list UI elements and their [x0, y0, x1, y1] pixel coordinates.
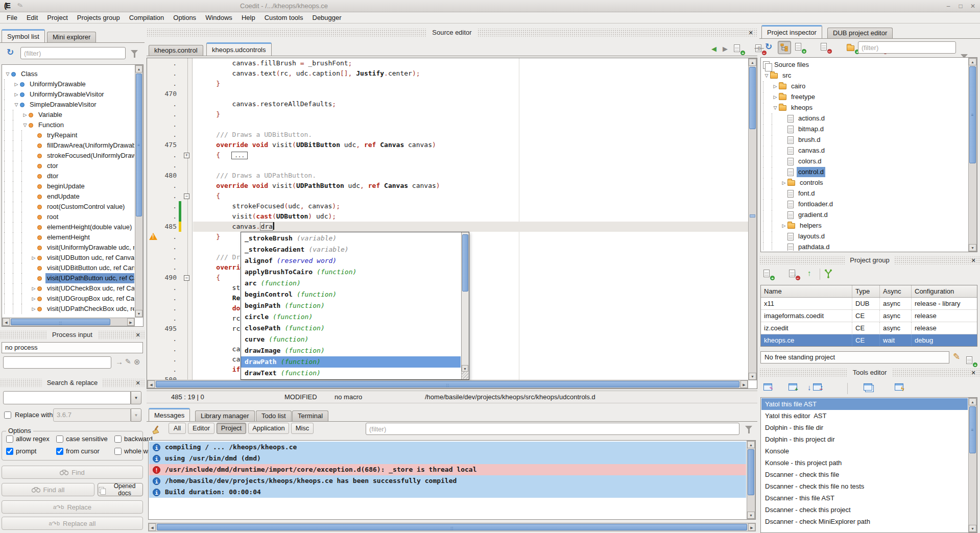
process-pencil-icon[interactable]: ✎: [125, 357, 131, 366]
expand-icon[interactable]: ▷: [30, 294, 37, 304]
expand-icon[interactable]: ▷: [30, 283, 37, 294]
messages-filter-input[interactable]: [366, 423, 739, 435]
symbol-tree-item[interactable]: root(CustomControl value): [4, 202, 126, 212]
files-tree-item[interactable]: control.d: [763, 167, 825, 177]
expand-icon[interactable]: ▷: [21, 110, 29, 120]
add-file-icon[interactable]: +: [795, 43, 804, 52]
tools-list-item[interactable]: Dscanner - check this file: [761, 469, 968, 480]
completion-item[interactable]: circle(function): [241, 311, 461, 323]
expand-icon[interactable]: ▷: [30, 304, 37, 314]
find-button[interactable]: Find: [2, 466, 143, 479]
tab-library-manager[interactable]: Library manager: [195, 410, 255, 421]
files-tree-item[interactable]: layouts.d: [763, 231, 826, 241]
symbols-filter-input[interactable]: [20, 47, 126, 59]
collapse-icon[interactable]: ▽: [13, 100, 20, 110]
symbol-tree-item[interactable]: visit(UDBitButton udc, ref Canvas: [4, 263, 134, 273]
symbol-tree-item[interactable]: beginUpdate: [4, 181, 86, 191]
symbol-tree-item[interactable]: fillDrawArea(UniformlyDrawable ud: [4, 140, 134, 151]
code-editor[interactable]: . canvas.fillBrush = _brushFont;. canvas…: [147, 58, 757, 389]
collapse-icon[interactable]: ▽: [21, 120, 29, 130]
menu-item-help[interactable]: Help: [237, 13, 260, 22]
menu-item-project[interactable]: Project: [42, 13, 72, 22]
scrollbar-thumb[interactable]: [462, 234, 468, 292]
move-down-icon[interactable]: ↓: [793, 269, 797, 277]
scroll-left-icon[interactable]: ◀: [148, 380, 155, 388]
code-line[interactable]: . canvas.fillBrush = _brushFont;: [147, 58, 748, 68]
files-tree-item[interactable]: ▽src: [763, 70, 793, 81]
scroll-down-icon[interactable]: ▼: [969, 244, 976, 251]
tab-mini-explorer[interactable]: Mini explorer: [47, 32, 96, 42]
process-input-field[interactable]: [3, 356, 111, 369]
files-tree-item[interactable]: bitmap.d: [763, 124, 825, 134]
scroll-up-icon[interactable]: ▲: [969, 58, 976, 65]
collapse-icon[interactable]: ▽: [772, 103, 779, 113]
code-line[interactable]: . strokeFocused(udc, canvas);: [147, 201, 748, 211]
tool-run-icon[interactable]: ϟ: [895, 383, 903, 391]
expand-icon[interactable]: ▷: [772, 81, 779, 91]
tools-editor-close-icon[interactable]: ✕: [970, 369, 977, 377]
async-branch-icon[interactable]: [825, 269, 832, 278]
completion-item[interactable]: closePath(function): [241, 323, 461, 334]
completion-item[interactable]: arc(function): [241, 278, 461, 289]
tab-symbol-list[interactable]: Symbol list: [2, 29, 45, 42]
menu-item-debugger[interactable]: Debugger: [308, 13, 346, 22]
scroll-left-icon[interactable]: ◀: [3, 318, 10, 326]
files-filter-input[interactable]: [858, 41, 956, 54]
expand-icon[interactable]: ▷: [780, 221, 787, 231]
process-input-close-icon[interactable]: ✕: [134, 331, 141, 339]
tools-list-item[interactable]: Dolphin - this project dir: [761, 433, 968, 445]
search-replace-close-icon[interactable]: ✕: [134, 379, 141, 387]
remove-file-icon[interactable]: −: [821, 43, 830, 52]
maximize-button[interactable]: □: [955, 1, 966, 11]
symbol-tree-item[interactable]: visit(UDPathButton udc, ref Canvas: [4, 273, 134, 283]
symbol-tree-vscrollbar[interactable]: ▲ ≡ ▼: [135, 65, 143, 318]
message-row[interactable]: iusing /usr/bin/dmd (dmd): [149, 453, 746, 464]
files-tree-item[interactable]: gradient.d: [763, 210, 829, 220]
tools-list-item[interactable]: Konsole - this project path: [761, 457, 968, 469]
tool-move-up-icon[interactable]: ↑: [820, 383, 824, 392]
files-tree-item[interactable]: colors.d: [763, 156, 823, 166]
process-send-icon[interactable]: →: [115, 357, 123, 366]
symbol-tree-item[interactable]: ▽Function: [4, 120, 65, 130]
scroll-up-icon[interactable]: ▲: [969, 398, 976, 405]
code-line[interactable]: .: [147, 119, 748, 130]
tab-terminal[interactable]: Terminal: [292, 410, 328, 421]
collapse-icon[interactable]: ▽: [4, 69, 11, 79]
process-cancel-icon[interactable]: ⊗: [134, 357, 140, 367]
new-document-icon[interactable]: +: [734, 44, 743, 54]
symbol-tree-item[interactable]: strokeFocused(UniformlyDrawable: [4, 151, 134, 161]
scroll-right-icon[interactable]: ▶: [127, 318, 134, 326]
scroll-up-icon[interactable]: ▲: [749, 59, 756, 66]
editor-vscrollbar[interactable]: ▲ ▼: [748, 58, 757, 380]
messages-vscrollbar[interactable]: ▲ ▼: [747, 441, 755, 519]
symbol-tree-item[interactable]: ctor: [4, 161, 60, 171]
replace-value-combo[interactable]: 3.6.7: [53, 408, 131, 422]
scroll-down-icon[interactable]: ▼: [969, 525, 976, 532]
menu-item-edit[interactable]: Edit: [22, 13, 42, 22]
editor-hscrollbar[interactable]: ◀ ⫶⫶ ▶: [147, 380, 748, 389]
files-tree-item[interactable]: actions.d: [763, 113, 826, 124]
symbol-tree-item[interactable]: ▷visit(UDCheckBox udc, ref Canvas: [4, 283, 134, 294]
tools-list-item[interactable]: Dscanner - this file AST: [761, 492, 968, 504]
code-line[interactable]: 485 canvas.dra: [147, 222, 748, 232]
code-line[interactable]: . canvas.restoreAllDefaults;: [147, 99, 748, 109]
code-line[interactable]: .: [147, 160, 748, 171]
symbol-tree-item[interactable]: tryRepaint: [4, 130, 79, 140]
checkbox-whole-word[interactable]: [114, 448, 122, 455]
tools-list-item[interactable]: Dscanner - check MiniExplorer path: [761, 516, 968, 527]
scroll-left-icon[interactable]: ◀: [149, 523, 156, 531]
menu-item-projects-group[interactable]: Projects group: [73, 13, 125, 22]
completion-item[interactable]: alignof(reserved word): [241, 255, 461, 266]
message-row[interactable]: i/home/basile/dev/projects/kheops/kheops…: [149, 475, 746, 487]
add-folder-icon[interactable]: +: [847, 45, 857, 53]
tools-list-item[interactable]: Yatol this editor AST: [761, 410, 968, 422]
symbol-tree-item[interactable]: ▷Variable: [4, 110, 64, 120]
scrollbar-thumb[interactable]: ⫶⫶: [11, 319, 110, 325]
message-row[interactable]: icompiling / ... /kheops/kheops.ce: [149, 442, 746, 453]
code-line[interactable]: . override void visit(UDPathButton udc, …: [147, 181, 748, 191]
code-line[interactable]: . canvas.text(rc, udc.caption[], Justify…: [147, 68, 748, 79]
symbol-tree-item[interactable]: ▷UniformlyDrawable: [4, 79, 87, 89]
replace-with-checkbox[interactable]: [4, 411, 11, 419]
filter-project-button[interactable]: Project: [217, 423, 246, 434]
files-tree-item[interactable]: fontloader.d: [763, 199, 834, 209]
